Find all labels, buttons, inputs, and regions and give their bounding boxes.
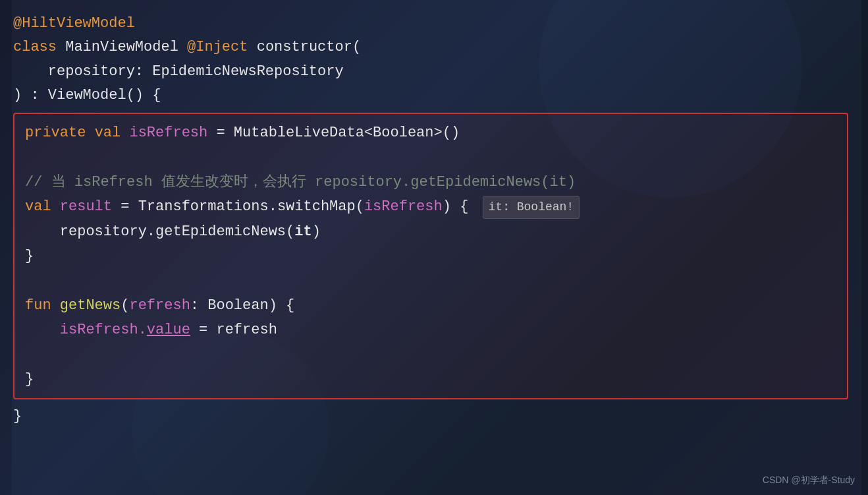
annotation: @HiltViewModel bbox=[13, 12, 135, 36]
box-line-result: val result = Transformations.switchMap(i… bbox=[25, 194, 836, 219]
box-line-get-epidemic: repository.getEpidemicNews(it) bbox=[25, 219, 836, 244]
box-line-close-brace1: } bbox=[25, 244, 836, 268]
box-line-fun: fun getNews(refresh: Boolean) { bbox=[25, 293, 836, 318]
box-line-isrefresh-value: isRefresh.value = refresh bbox=[25, 318, 836, 342]
left-gutter bbox=[0, 0, 12, 495]
tooltip-it-boolean: it: Boolean! bbox=[483, 196, 580, 219]
box-line-comment: // 当 isRefresh 值发生改变时，会执行 repository.get… bbox=[25, 170, 836, 194]
highlight-box: private val isRefresh = MutableLiveData<… bbox=[13, 113, 848, 399]
code-line-2: class MainViewModel @Inject constructor( bbox=[13, 36, 848, 59]
box-line-1: private val isRefresh = MutableLiveData<… bbox=[25, 121, 836, 145]
box-line-blank1 bbox=[25, 146, 836, 170]
code-container: @HiltViewModel class MainViewModel @Inje… bbox=[0, 0, 868, 495]
watermark: CSDN @初学者-Study bbox=[763, 473, 855, 487]
code-line-1: @HiltViewModel bbox=[13, 12, 848, 36]
code-line-3: repository: EpidemicNewsRepository bbox=[13, 60, 848, 84]
code-line-last: } bbox=[13, 405, 848, 428]
box-line-blank2 bbox=[25, 269, 836, 293]
right-scrollbar[interactable] bbox=[861, 0, 868, 495]
keyword-class: class bbox=[13, 36, 65, 59]
code-line-4: ) : ViewModel() { bbox=[13, 84, 848, 107]
box-line-blank3 bbox=[25, 343, 836, 367]
box-line-close-brace2: } bbox=[25, 367, 836, 392]
